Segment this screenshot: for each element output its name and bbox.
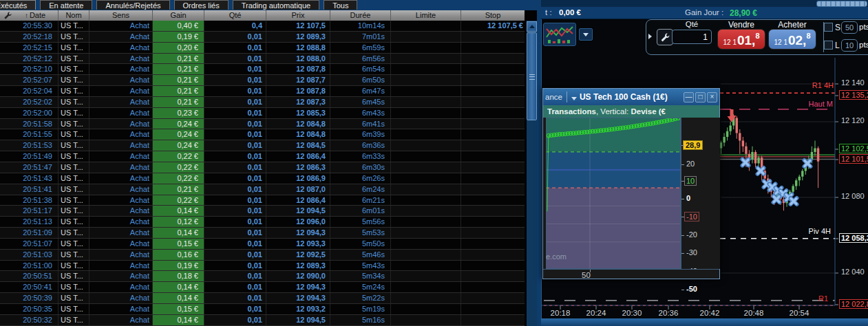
table-row[interactable]: 20:50:39US T...Achat0,14 €0,0112 094,35m… (0, 293, 525, 304)
cell-prix: 12 086,9 (266, 173, 330, 184)
cell-stop (461, 271, 525, 281)
cell-stop (461, 129, 525, 140)
cell-qt: 0,01 (204, 250, 266, 260)
tab-en-attente[interactable]: En attente (40, 0, 92, 10)
table-row[interactable]: 20:52:12US T...Achat0,21 €0,0112 088,06m… (0, 54, 525, 65)
limit-checkbox[interactable] (824, 41, 833, 50)
table-row[interactable]: 20:52:00US T...Achat0,23 €0,0112 085,36m… (0, 108, 525, 119)
cell-sens: Achat (89, 315, 153, 325)
cell-limite (391, 217, 461, 227)
cell-qt: 0,01 (204, 206, 266, 216)
tab-trading-automatique[interactable]: Trading automatique (233, 0, 320, 10)
maximize-button[interactable]: □ (695, 92, 706, 102)
tab-ex-cut-s[interactable]: Exécutés (0, 0, 36, 10)
tx-y-label: 0 (686, 194, 690, 202)
chart-style-dropdown[interactable] (579, 28, 593, 41)
scroll-up-button[interactable] (527, 21, 537, 32)
tx-y-tick (681, 290, 684, 290)
table-row[interactable]: 20:51:09US T...Achat0,14 €0,0112 094,35m… (0, 228, 525, 239)
order-settings-button[interactable] (657, 29, 673, 45)
tx-y-label: -30 (686, 248, 697, 257)
chevron-down-icon[interactable] (571, 94, 577, 102)
column-header-gain[interactable]: Gain (153, 10, 204, 21)
partial-tab[interactable]: ance (545, 93, 562, 101)
cell-stop (461, 97, 525, 107)
cell-stop (461, 86, 525, 96)
tx-y-label: 20 (686, 160, 695, 168)
table-row[interactable]: 20:51:55US T...Achat0,24 €0,0112 084,86m… (0, 129, 525, 140)
table-row[interactable]: 20:50:51US T...Achat0,18 €0,0112 090,05m… (0, 271, 525, 282)
cell-prix: 12 094,3 (266, 228, 330, 238)
cell-nom: US T... (59, 140, 89, 151)
qty-label: Qté (672, 20, 712, 28)
cell-qt: 0,01 (204, 54, 266, 64)
column-header-stop[interactable]: Stop (461, 10, 525, 21)
column-header-limite[interactable]: Limite (391, 10, 461, 21)
buy-label: Acheter (768, 20, 816, 30)
table-row[interactable]: 20:55:30US T...Achat0,40 €0,412 107,510m… (0, 21, 525, 32)
cell-gain: 0,15 € (153, 239, 204, 249)
column-header-sens[interactable]: Sens (89, 10, 153, 21)
table-row[interactable]: 20:51:58US T...Achat0,24 €0,0112 084,86m… (0, 119, 525, 130)
cell-limite (391, 140, 461, 151)
table-row[interactable]: 20:51:43US T...Achat0,22 €0,0112 086,96m… (0, 173, 525, 184)
cell-date: 20:52:15 (0, 43, 59, 53)
table-row[interactable]: 20:52:10US T...Achat0,21 €0,0112 087,86m… (0, 64, 525, 75)
cell-stop (461, 250, 525, 260)
table-row[interactable]: 20:52:18US T...Achat0,19 €0,0112 089,37m… (0, 32, 525, 43)
cell-prix: 12 094,5 (266, 206, 330, 216)
scroll-thumb[interactable] (527, 32, 537, 120)
cell-dur-e: 6m36s (330, 140, 391, 151)
table-scrollbar[interactable] (527, 21, 538, 326)
table-row[interactable]: 20:51:00US T...Achat0,19 €0,0112 089,35m… (0, 261, 525, 272)
tx-y-label: -20 (686, 230, 697, 239)
cell-prix: 12 087,7 (266, 75, 330, 85)
cell-prix: 12 089,3 (266, 32, 330, 42)
table-row[interactable]: 20:51:49US T...Achat0,22 €0,0112 086,46m… (0, 151, 525, 162)
transactions-window-titlebar[interactable]: ance US Tech 100 Cash (1€) — □ × (543, 89, 719, 105)
column-header-prix[interactable]: Prix (266, 10, 330, 21)
table-row[interactable]: 20:51:38US T...Achat0,22 €0,0112 086,46m… (0, 195, 525, 206)
tab-tous[interactable]: Tous (324, 0, 357, 10)
minimize-button[interactable]: — (684, 92, 694, 102)
table-settings-wrench-icon[interactable] (3, 11, 12, 20)
column-header-nom[interactable]: Nom (59, 10, 89, 21)
open-position-label: t : (545, 8, 552, 17)
cell-sens: Achat (89, 239, 153, 249)
table-row[interactable]: 20:51:53US T...Achat0,24 €0,0112 084,56m… (0, 140, 525, 151)
table-row[interactable]: 20:50:35US T...Achat0,15 €0,0112 093,25m… (0, 304, 525, 315)
table-row[interactable]: 20:51:07US T...Achat0,15 €0,0112 093,35m… (0, 239, 525, 250)
sell-button[interactable]: 12 101,8 (717, 29, 765, 50)
table-row[interactable]: 20:51:13US T...Achat0,12 €0,0112 096,05m… (0, 217, 525, 228)
column-header-qt[interactable]: Qté (204, 10, 266, 21)
transactions-chart[interactable] (546, 118, 681, 269)
level-label-haut-m: Haut M (792, 100, 833, 108)
column-header-dur-e[interactable]: Durée (330, 10, 391, 21)
cell-date: 20:52:12 (0, 54, 59, 64)
close-button[interactable]: × (707, 92, 717, 102)
table-row[interactable]: 20:50:32US T...Achat0,14 €0,0112 094,55m… (0, 315, 525, 326)
table-row[interactable]: 20:52:07US T...Achat0,21 €0,0112 087,76m… (0, 75, 525, 86)
qty-input[interactable] (672, 30, 712, 44)
table-row[interactable]: 20:52:04US T...Achat0,21 €0,0112 087,86m… (0, 86, 525, 97)
table-row[interactable]: 20:52:02US T...Achat0,21 €0,0112 087,36m… (0, 97, 525, 108)
cell-stop (461, 162, 525, 173)
buy-button[interactable]: 12 102,8 (768, 29, 816, 50)
cell-nom: US T... (59, 162, 89, 173)
cell-prix: 12 084,8 (266, 119, 330, 129)
cell-date: 20:51:49 (0, 151, 59, 162)
table-row[interactable]: 20:50:41US T...Achat0,14 €0,0112 094,35m… (0, 282, 525, 293)
chart-config-header[interactable]: Transactions, Vertical: Devise (€ (543, 105, 719, 118)
panel-collapse-arrow[interactable] (648, 34, 652, 39)
table-row[interactable]: 20:51:47US T...Achat0,22 €0,0112 086,36m… (0, 162, 525, 173)
stop-checkbox[interactable] (824, 23, 833, 32)
table-row[interactable]: 20:52:15US T...Achat0,20 €0,0112 088,86m… (0, 43, 525, 54)
table-row[interactable]: 20:51:17US T...Achat0,14 €0,0112 094,56m… (0, 206, 525, 217)
tab-ordres-li-s[interactable]: Ordres liés (174, 0, 229, 10)
price-axis-label: 12 058,3 (839, 233, 868, 243)
chart-style-button[interactable] (543, 23, 576, 46)
tab-annul-s-rejet-s[interactable]: Annulés/Rejetés (96, 0, 169, 10)
table-row[interactable]: 20:51:03US T...Achat0,16 €0,0112 092,55m… (0, 250, 525, 261)
table-row[interactable]: 20:51:41US T...Achat0,21 €0,0112 087,06m… (0, 184, 525, 195)
cell-prix: 12 088,0 (266, 54, 330, 64)
